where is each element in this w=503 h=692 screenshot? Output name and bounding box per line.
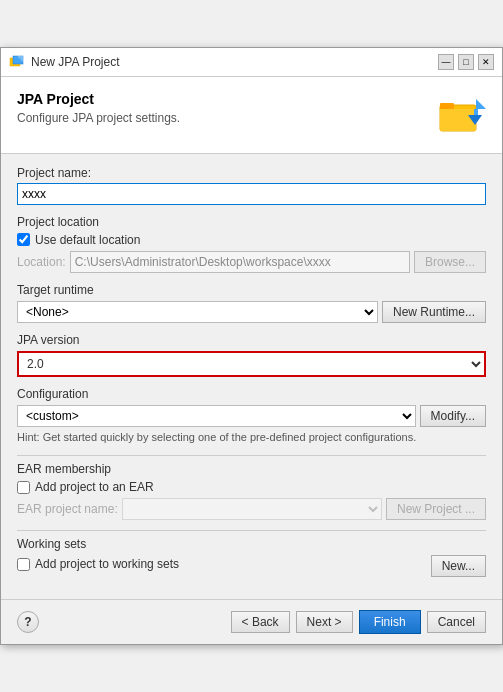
target-runtime-select[interactable]: <None> xyxy=(17,301,378,323)
location-input[interactable] xyxy=(70,251,410,273)
browse-button: Browse... xyxy=(414,251,486,273)
window-icon xyxy=(9,54,25,70)
help-button[interactable]: ? xyxy=(17,611,39,633)
project-name-row: Project name: xyxy=(17,166,486,205)
ear-project-label: EAR project name: xyxy=(17,502,118,516)
jpa-version-section: JPA version 2.0 xyxy=(17,333,486,377)
configuration-label: Configuration xyxy=(17,387,486,401)
configuration-select[interactable]: <custom> xyxy=(17,405,416,427)
project-location-label: Project location xyxy=(17,215,486,229)
finish-button[interactable]: Finish xyxy=(359,610,421,634)
add-to-ear-checkbox[interactable] xyxy=(17,481,30,494)
back-button[interactable]: < Back xyxy=(231,611,290,633)
add-to-ear-row: Add project to an EAR xyxy=(17,480,486,494)
ear-project-row: EAR project name: New Project ... xyxy=(17,498,486,520)
dialog-footer: ? < Back Next > Finish Cancel xyxy=(1,599,502,644)
add-to-working-sets-label[interactable]: Add project to working sets xyxy=(35,557,179,571)
target-runtime-row: <None> New Runtime... xyxy=(17,301,486,323)
dialog-subtitle: Configure JPA project settings. xyxy=(17,111,180,125)
target-runtime-label: Target runtime xyxy=(17,283,486,297)
cancel-button[interactable]: Cancel xyxy=(427,611,486,633)
dialog-content: Project name: Project location Use defau… xyxy=(1,154,502,599)
svg-rect-4 xyxy=(440,109,476,131)
location-label: Location: xyxy=(17,255,66,269)
footer-left: ? xyxy=(17,611,39,633)
new-runtime-button[interactable]: New Runtime... xyxy=(382,301,486,323)
working-sets-section: Working sets Add project to working sets… xyxy=(17,537,486,577)
use-default-label[interactable]: Use default location xyxy=(35,233,140,247)
svg-rect-5 xyxy=(440,103,454,109)
configuration-row: <custom> Modify... xyxy=(17,405,486,427)
working-sets-row: Add project to working sets New... xyxy=(17,555,486,577)
working-sets-label: Working sets xyxy=(17,537,486,551)
dialog-header: JPA Project Configure JPA project settin… xyxy=(1,77,502,154)
add-to-working-sets-checkbox[interactable] xyxy=(17,558,30,571)
ear-project-select xyxy=(122,498,382,520)
add-to-working-sets-row: Add project to working sets xyxy=(17,557,179,571)
configuration-section: Configuration <custom> Modify... Hint: G… xyxy=(17,387,486,445)
window-controls: — □ ✕ xyxy=(438,54,494,70)
hint-text: Hint: Get started quickly by selecting o… xyxy=(17,430,486,445)
use-default-checkbox[interactable] xyxy=(17,233,30,246)
title-bar: New JPA Project — □ ✕ xyxy=(1,48,502,77)
target-runtime-section: Target runtime <None> New Runtime... xyxy=(17,283,486,323)
header-text: JPA Project Configure JPA project settin… xyxy=(17,91,180,125)
svg-marker-6 xyxy=(476,99,486,109)
footer-right: < Back Next > Finish Cancel xyxy=(231,610,486,634)
new-working-set-button[interactable]: New... xyxy=(431,555,486,577)
use-default-row: Use default location xyxy=(17,233,486,247)
ear-membership-label: EAR membership xyxy=(17,462,486,476)
add-to-ear-label[interactable]: Add project to an EAR xyxy=(35,480,154,494)
maximize-button[interactable]: □ xyxy=(458,54,474,70)
project-location-section: Project location Use default location Lo… xyxy=(17,215,486,273)
dialog-title: JPA Project xyxy=(17,91,180,107)
ear-membership-section: EAR membership Add project to an EAR EAR… xyxy=(17,462,486,520)
dialog-window: New JPA Project — □ ✕ JPA Project Config… xyxy=(0,47,503,645)
location-row: Location: Browse... xyxy=(17,251,486,273)
next-button[interactable]: Next > xyxy=(296,611,353,633)
close-button[interactable]: ✕ xyxy=(478,54,494,70)
project-name-label: Project name: xyxy=(17,166,486,180)
modify-button[interactable]: Modify... xyxy=(420,405,486,427)
window-title: New JPA Project xyxy=(31,55,432,69)
minimize-button[interactable]: — xyxy=(438,54,454,70)
project-name-input[interactable] xyxy=(17,183,486,205)
jpa-version-select[interactable]: 2.0 xyxy=(17,351,486,377)
jpa-version-row: 2.0 xyxy=(17,351,486,377)
jpa-version-label: JPA version xyxy=(17,333,486,347)
new-project-button: New Project ... xyxy=(386,498,486,520)
header-icon xyxy=(438,91,486,139)
